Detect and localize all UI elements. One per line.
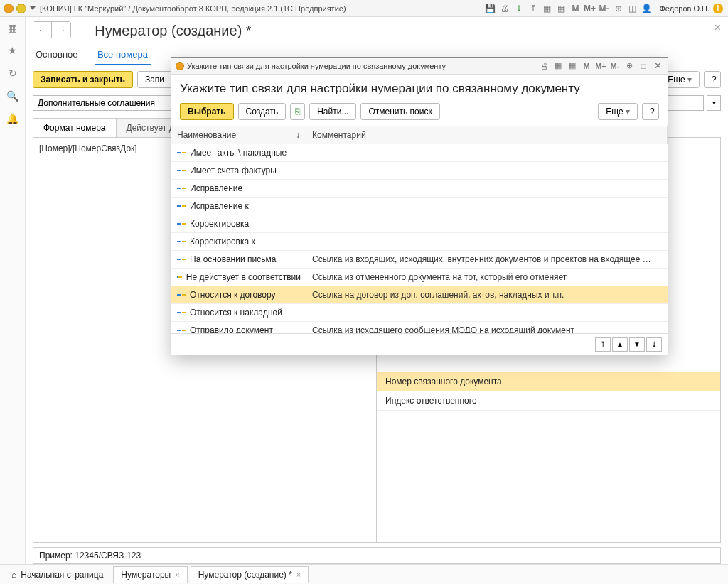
table-row[interactable]: Имеет счета-фактуры [171,162,668,180]
field-dropdown-button[interactable]: ▾ [707,95,721,111]
dlg-help-button[interactable]: ? [642,103,659,120]
bell-icon[interactable]: 🔔 [6,112,19,125]
chevron-down-icon[interactable] [30,6,36,10]
dlg-create-button[interactable]: Создать [238,103,287,120]
link-type-icon [177,185,186,192]
footer-home[interactable]: ⌂ Начальная страница [4,567,110,583]
link-type-icon [177,202,186,210]
help-button[interactable]: ? [704,71,721,88]
page-close-button[interactable]: × [714,21,721,34]
nav-back-button[interactable]: ← [33,22,52,38]
nav-last-button[interactable]: ⤓ [646,337,662,352]
footer-tab-numerator-create[interactable]: Нумератор (создание) * × [191,566,309,583]
dlg-m-icon[interactable]: M [581,60,592,72]
cloud-up-icon[interactable]: ⤒ [528,3,539,14]
table-row[interactable]: Относится к договоруСсылка на договор из… [171,286,668,304]
table-row[interactable]: Отправило документСсылка из исходящего с… [171,322,668,333]
link-type-icon [177,167,186,174]
row-name: На основании письма [190,254,276,264]
th-name[interactable]: Наименование↓ [171,126,306,144]
dlg-mminus-icon[interactable]: M- [609,60,621,72]
dlg-maximize-icon[interactable]: □ [638,60,649,72]
dlg-select-button[interactable]: Выбрать [180,103,234,120]
side-nav: ▦ ★ ↻ 🔍 🔔 [0,17,26,564]
close-icon[interactable]: × [175,571,179,579]
cloud-down-icon[interactable]: ⤓ [513,3,525,14]
table-row[interactable]: Относится к накладной [171,304,668,322]
dlg-close-icon[interactable]: ✕ [652,60,663,72]
save-icon[interactable]: 💾 [485,3,496,14]
dialog-logo-icon [176,62,184,70]
calendar2-icon[interactable]: ▦ [556,3,567,14]
dlg-find-button[interactable]: Найти... [309,103,356,120]
nav-up-button[interactable]: ▲ [612,337,628,352]
nav-down-button[interactable]: ▼ [629,337,645,352]
dialog-table: Наименование↓ Комментарий Имеет акты \ н… [171,126,668,333]
dialog-heading: Укажите тип связи для настройки нумераци… [171,75,668,100]
row-comment: Ссылка из входящих, исходящих, внутренни… [306,251,668,268]
link-type-dialog: Укажите тип связи для настройки нумераци… [171,57,668,355]
history-icon[interactable]: ↻ [6,67,19,80]
m-icon[interactable]: M [570,3,582,14]
row-comment [306,144,668,161]
tab-number-format[interactable]: Формат номера [33,118,117,137]
star-icon[interactable]: ★ [6,44,19,57]
dlg-cal2-icon[interactable]: ▦ [567,60,578,72]
dialog-tb-title-text: Укажите тип связи для настройки нумераци… [187,62,446,70]
link-type-icon [177,256,186,263]
print-icon[interactable]: 🖨 [499,3,510,14]
dlg-mplus-icon[interactable]: M+ [595,60,606,72]
save-button[interactable]: Запи [137,71,172,88]
row-name: Имеет счета-фактуры [190,166,277,175]
nav-forward-button[interactable]: → [52,22,70,38]
dlg-create-folder-button[interactable]: ⎘ [290,103,305,120]
th-comment[interactable]: Комментарий [306,126,668,144]
split-icon[interactable]: ◫ [627,3,638,14]
row-name: Не действует в соответствии [186,272,301,282]
table-row[interactable]: На основании письмаСсылка из входящих, и… [171,251,668,269]
app-title: [КОПИЯ] ГК "Меркурий" / Документооборот … [36,4,485,13]
row-name: Корректировка к [190,237,255,247]
row-comment: Ссылка на договор из доп. соглашений, ак… [306,286,668,303]
m-minus-icon[interactable]: M- [599,3,610,14]
row-name: Отправило документ [190,325,273,333]
search-icon[interactable]: 🔍 [6,90,19,102]
close-icon[interactable]: × [296,571,301,579]
titlebar-tools: 💾 🖨 ⤓ ⤒ ▦ ▦ M M+ M- ⊕ ◫ 👤 Федоров О.П. i [485,3,726,14]
table-row[interactable]: Имеет акты \ накладные [171,144,668,162]
table-row[interactable]: Корректировка к [171,233,668,251]
placeholder-linked-doc-number[interactable]: Номер связанного документа [377,372,720,391]
dialog-cmdbar: Выбрать Создать ⎘ Найти... Отменить поис… [171,100,668,126]
subnav-all-numbers[interactable]: Все номера [95,45,151,65]
calendar-icon[interactable]: ▦ [542,3,553,14]
app-logo-icon [3,3,14,14]
row-name: Корректировка [190,219,249,229]
row-comment [306,215,668,232]
row-name: Относится к договору [190,290,276,300]
app-menu-icon[interactable] [16,3,27,14]
info-icon[interactable]: i [712,3,724,14]
row-name: Исправление к [190,201,249,211]
table-row[interactable]: Корректировка [171,215,668,233]
nav-first-button[interactable]: ⤒ [595,337,611,352]
subnav-main[interactable]: Основное [33,45,81,64]
user-label[interactable]: Федоров О.П. [660,4,710,13]
table-row[interactable]: Исправление к [171,198,668,215]
dlg-zoom-icon[interactable]: ⊕ [623,60,635,72]
footer-tab-numerators[interactable]: Нумераторы × [113,566,187,583]
dlg-print-icon[interactable]: 🖨 [538,60,550,72]
apps-grid-icon[interactable]: ▦ [6,21,19,34]
zoom-icon[interactable]: ⊕ [613,3,624,14]
app-titlebar: [КОПИЯ] ГК "Меркурий" / Документооборот … [0,0,728,17]
dlg-more-button[interactable]: Еще [598,103,638,120]
save-and-close-button[interactable]: Записать и закрыть [33,71,133,88]
table-row[interactable]: Не действует в соответствииСсылка из отм… [171,269,668,286]
dlg-cal1-icon[interactable]: ▦ [552,60,564,72]
dlg-cancel-find-button[interactable]: Отменить поиск [360,103,439,120]
m-plus-icon[interactable]: M+ [584,3,596,14]
sort-asc-icon: ↓ [296,130,300,140]
table-row[interactable]: Исправление [171,180,668,198]
link-type-icon [177,327,186,333]
row-comment [306,180,668,197]
placeholder-responsible-index[interactable]: Индекс ответственного [377,391,720,411]
